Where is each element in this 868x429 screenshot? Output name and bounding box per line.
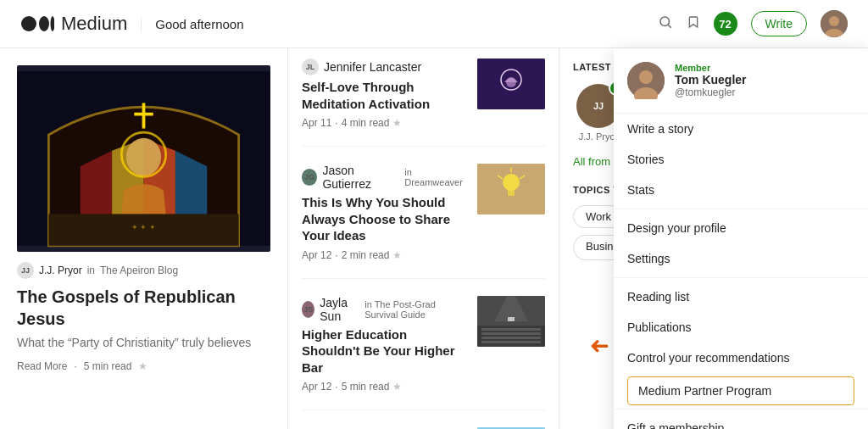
featured-subtitle: What the “Party of Christianity” truly b…: [17, 335, 270, 352]
article-title[interactable]: This Is Why You Should Always Choose to …: [302, 194, 467, 244]
dropdown-divider-2: [614, 277, 868, 278]
article-title[interactable]: Self-Love Through Meditation Activation: [302, 79, 467, 112]
article-title[interactable]: Higher Education Shouldn't Be Your Highe…: [302, 326, 467, 376]
medium-logo-icon: [20, 14, 54, 34]
dropdown-avatar: [627, 62, 665, 99]
article-author-avatar: JG: [302, 169, 317, 186]
featured-author: JJ J.J. Pryor in The Apeiron Blog: [17, 262, 270, 279]
menu-item-stories[interactable]: Stories: [614, 144, 868, 175]
article-meta: Apr 11 · 4 min read ★: [302, 117, 467, 129]
menu-item-reading-list[interactable]: Reading list: [614, 281, 868, 312]
article-thumbnail: [477, 164, 545, 214]
article-author[interactable]: Jayla Sun: [320, 296, 359, 323]
dropdown-divider: [614, 209, 868, 209]
menu-item-gift-membership[interactable]: Gift a membership: [614, 413, 868, 429]
article-item: JL Jennifer Lancaster Self-Love Through …: [302, 58, 545, 147]
menu-item-control-recommendations[interactable]: Control your recommendations: [614, 343, 868, 373]
dropdown-user-info: Member Tom Kuegler @tomkuegler: [675, 63, 747, 98]
article-author[interactable]: Jason Gutierrez: [322, 164, 399, 191]
article-info: JL Jennifer Lancaster Self-Love Through …: [302, 58, 467, 129]
featured-image: ✦ ✦ ✦: [17, 65, 270, 252]
svg-point-13: [126, 138, 161, 176]
search-icon[interactable]: [658, 14, 673, 34]
article-author-line: JG Jason Gutierrez in Dreamweaver: [302, 164, 467, 191]
svg-rect-24: [508, 189, 515, 196]
user-dropdown-menu: Member Tom Kuegler @tomkuegler Write a s…: [614, 48, 868, 429]
featured-read-more[interactable]: Read More: [17, 360, 67, 372]
article-thumbnail: [477, 58, 545, 109]
featured-title[interactable]: The Gospels of Republican Jesus: [17, 286, 270, 330]
menu-item-stats[interactable]: Stats: [614, 175, 868, 205]
svg-point-41: [639, 70, 653, 84]
article-bookmark[interactable]: ★: [392, 117, 402, 129]
articles-list: JL Jennifer Lancaster Self-Love Through …: [288, 48, 559, 429]
menu-item-design-profile[interactable]: Design your profile: [614, 213, 868, 243]
svg-line-4: [668, 25, 670, 27]
svg-point-6: [829, 16, 839, 26]
article-read-time: 5 min read: [342, 381, 390, 393]
write-button[interactable]: Write: [751, 11, 807, 36]
dropdown-user-handle: @tomkuegler: [675, 86, 747, 98]
menu-item-settings[interactable]: Settings: [614, 243, 868, 274]
article-read-time: 2 min read: [342, 249, 390, 261]
article-date: Apr 12: [302, 381, 331, 393]
bookmark-icon[interactable]: [687, 14, 700, 34]
article-date: Apr 12: [302, 249, 331, 261]
article-meta: Apr 12 · 5 min read ★: [302, 381, 467, 393]
user-avatar[interactable]: [821, 10, 848, 37]
featured-author-avatar: JJ: [17, 262, 34, 279]
svg-point-21: [506, 77, 516, 87]
logo[interactable]: Medium: [20, 13, 127, 35]
svg-point-0: [21, 16, 36, 31]
svg-rect-33: [481, 341, 541, 343]
dropdown-member-label: Member: [675, 63, 747, 73]
following-name: J.J. Pryor: [579, 131, 618, 142]
article-meta: Apr 12 · 2 min read ★: [302, 249, 467, 261]
featured-read-time: 5 min read: [84, 360, 132, 372]
article-info: JS Jayla Sun in The Post-Grad Survival G…: [302, 296, 467, 393]
article-item: JG Jason Gutierrez in Dreamweaver This I…: [302, 164, 545, 279]
article-author-line: JS Jayla Sun in The Post-Grad Survival G…: [302, 296, 467, 323]
featured-publication[interactable]: The Apeiron Blog: [100, 265, 178, 276]
menu-item-medium-partner-program[interactable]: Medium Partner Program: [627, 376, 854, 405]
article-author-line: JL Jennifer Lancaster: [302, 58, 467, 75]
header: Medium Good afternoon 72 Write: [0, 0, 868, 48]
dropdown-divider-3: [614, 409, 868, 410]
menu-item-write-story[interactable]: Write a story: [614, 114, 868, 144]
svg-point-1: [39, 16, 49, 31]
menu-item-publications[interactable]: Publications: [614, 312, 868, 343]
article-thumbnail: [477, 296, 545, 347]
featured-meta: Read More · 5 min read ★: [17, 360, 270, 372]
featured-author-name[interactable]: J.J. Pryor: [39, 265, 82, 276]
svg-rect-30: [481, 328, 541, 331]
article-read-time: 4 min read: [342, 117, 390, 129]
dropdown-header: Member Tom Kuegler @tomkuegler: [614, 48, 868, 114]
article-item: JS Jayla Sun in The Post-Grad Survival G…: [302, 296, 545, 411]
article-bookmark[interactable]: ★: [392, 381, 402, 393]
svg-point-2: [51, 16, 55, 31]
svg-rect-31: [481, 332, 541, 335]
logo-text: Medium: [61, 13, 127, 35]
article-author[interactable]: Jennifer Lancaster: [324, 60, 421, 74]
featured-article: ✦ ✦ ✦ JJ J.J. Pryor in The Apeiron Blog …: [0, 48, 288, 429]
article-bookmark[interactable]: ★: [392, 249, 402, 261]
svg-text:✦ ✦ ✦: ✦ ✦ ✦: [131, 223, 156, 231]
svg-rect-32: [481, 337, 541, 339]
svg-rect-35: [508, 317, 515, 321]
svg-point-23: [503, 174, 520, 191]
article-date: Apr 11: [302, 117, 331, 129]
article-author-avatar: JL: [302, 58, 319, 75]
notification-badge[interactable]: 72: [714, 12, 737, 36]
header-left: Medium Good afternoon: [20, 13, 244, 35]
article-info: JG Jason Gutierrez in Dreamweaver This I…: [302, 164, 467, 261]
featured-author-pub: in: [87, 265, 95, 276]
header-right: 72 Write: [658, 10, 848, 37]
header-greeting: Good afternoon: [141, 17, 243, 31]
article-author-avatar: JS: [302, 301, 314, 318]
dropdown-user-name: Tom Kuegler: [675, 73, 747, 86]
svg-point-3: [660, 17, 670, 26]
featured-bookmark-icon[interactable]: ★: [138, 360, 147, 372]
